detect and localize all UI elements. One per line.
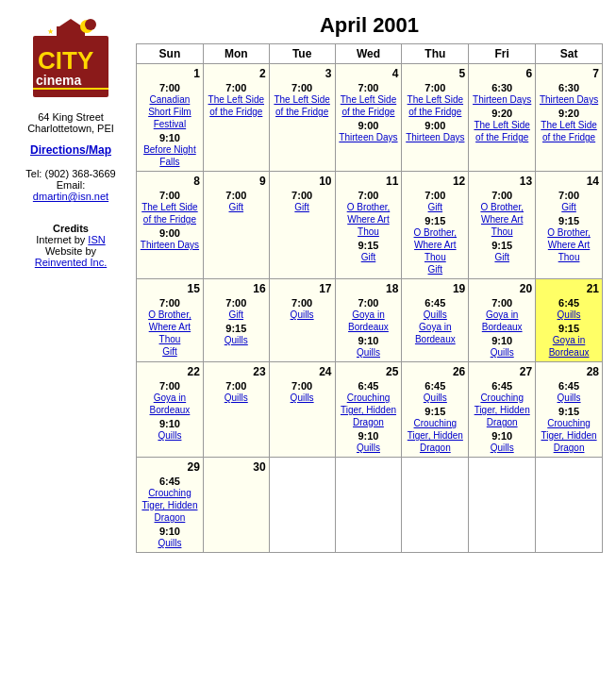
header-sat: Sat — [536, 44, 603, 64]
movie-link[interactable]: Thirteen Days — [140, 239, 200, 251]
address: 64 King Street Charlottetown, PEI — [27, 111, 114, 134]
movie-link[interactable]: Goya in Bordeaux — [140, 392, 200, 416]
movie-link[interactable]: Quills — [539, 392, 599, 404]
movie-link[interactable]: Quills — [273, 309, 332, 321]
movie-link[interactable]: Quills — [207, 334, 266, 346]
movie-link[interactable]: Quills — [273, 392, 332, 404]
movie-link[interactable]: Gift — [339, 251, 399, 263]
tel: Tel: (902) 368-3669 — [25, 168, 115, 179]
movie-link[interactable]: The Left Side of the Fridge — [539, 119, 599, 143]
movie-link[interactable]: Quills — [539, 309, 599, 321]
day-number: 7 — [539, 67, 599, 80]
movie-link[interactable]: Gift — [273, 201, 332, 213]
movie-link[interactable]: Thirteen Days — [539, 93, 599, 106]
show-time: 9:20 — [472, 108, 532, 119]
credits-title: Credits — [53, 223, 89, 234]
header-tue: Tue — [269, 44, 335, 64]
logo-area: ★ CITY cinema — [28, 17, 113, 102]
show-time: 9:15 — [339, 240, 399, 251]
show-time: 7:00 — [207, 82, 266, 93]
contact-info: Tel: (902) 368-3669 Email: dmartin@isn.n… — [25, 168, 115, 202]
movie-link[interactable]: Goya in Bordeaux — [405, 321, 465, 345]
movie-link[interactable]: Crouching Tiger, Hidden Dragon — [472, 392, 532, 428]
calendar-day: 187:00Goya in Bordeaux9:10Quills — [335, 279, 402, 362]
movie-link[interactable]: Thirteen Days — [405, 131, 465, 143]
calendar-day: 196:45QuillsGoya in Bordeaux — [402, 279, 469, 362]
movie-link[interactable]: Crouching Tiger, Hidden Dragon — [339, 392, 399, 428]
movie-link[interactable]: Crouching Tiger, Hidden Dragon — [539, 417, 599, 454]
movie-link[interactable]: Gift — [472, 251, 532, 263]
movie-link[interactable]: The Left Side of the Fridge — [273, 93, 332, 118]
credits-isn-link[interactable]: ISN — [88, 234, 105, 245]
header-thu: Thu — [402, 44, 469, 64]
calendar-week-row: 87:00The Left Side of the Fridge9:00Thir… — [137, 172, 603, 279]
movie-link[interactable]: Crouching Tiger, Hidden Dragon — [405, 417, 465, 454]
calendar-day: 296:45Crouching Tiger, Hidden Dragon9:10… — [137, 458, 204, 553]
movie-link[interactable]: Quills — [140, 537, 200, 549]
movie-link[interactable]: O Brother, Where Art Thou — [140, 309, 200, 345]
movie-link[interactable]: Before Night Falls — [140, 143, 200, 168]
calendar-day: 237:00Quills — [203, 362, 269, 458]
movie-link[interactable]: Quills — [140, 429, 200, 442]
movie-link[interactable]: Thirteen Days — [472, 93, 532, 106]
movie-link[interactable]: O Brother, Where Art Thou — [339, 201, 399, 238]
calendar-day: 107:00Gift — [269, 172, 335, 279]
day-number: 26 — [405, 365, 465, 378]
movie-link[interactable]: O Brother, Where Art Thou — [472, 201, 532, 238]
movie-link[interactable]: Quills — [339, 346, 399, 359]
show-time: 9:15 — [405, 406, 465, 417]
show-time: 9:15 — [539, 406, 599, 417]
show-time: 7:00 — [405, 190, 465, 201]
movie-link[interactable]: Quills — [207, 392, 266, 404]
movie-link[interactable]: The Left Side of the Fridge — [339, 93, 399, 118]
movie-link[interactable]: Goya in Bordeaux — [472, 309, 532, 333]
movie-link[interactable]: The Left Side of the Fridge — [405, 93, 465, 118]
movie-link[interactable]: Quills — [472, 442, 532, 454]
credits-reinvented-link[interactable]: Reinvented Inc. — [35, 257, 107, 268]
calendar-day — [269, 458, 335, 553]
day-number: 17 — [273, 282, 332, 295]
calendar-day: 137:00O Brother, Where Art Thou9:15Gift — [469, 172, 536, 279]
show-time: 9:15 — [405, 215, 465, 226]
day-number: 27 — [472, 365, 532, 378]
calendar-day — [335, 458, 402, 553]
movie-link[interactable]: Goya in Bordeaux — [339, 309, 399, 333]
credits-internet-label: Internet by — [36, 234, 85, 245]
movie-link[interactable]: Quills — [405, 392, 465, 404]
day-number: 3 — [273, 67, 332, 80]
address-line2: Charlottetown, PEI — [27, 123, 114, 134]
movie-link[interactable]: The Left Side of the Fridge — [207, 93, 266, 118]
movie-link[interactable]: O Brother, Where Art Thou — [539, 226, 599, 263]
movie-link[interactable]: The Left Side of the Fridge — [140, 201, 200, 226]
calendar-day: 167:00Gift9:15Quills — [203, 279, 269, 362]
movie-link[interactable]: Canadian Short Film Festival — [140, 93, 200, 130]
calendar-week-row: 17:00Canadian Short Film Festival9:10Bef… — [137, 64, 603, 172]
movie-link[interactable]: Gift — [207, 201, 266, 213]
directions-map-link[interactable]: Directions/Map — [30, 143, 111, 157]
movie-link[interactable]: Goya in Bordeaux — [539, 334, 599, 359]
movie-link[interactable]: Quills — [472, 346, 532, 359]
movie-link[interactable]: Thirteen Days — [339, 131, 399, 143]
calendar-day: 256:45Crouching Tiger, Hidden Dragon9:10… — [335, 362, 402, 458]
show-time: 6:45 — [539, 380, 599, 392]
email-link[interactable]: dmartin@isn.net — [33, 191, 108, 202]
day-number: 10 — [273, 175, 332, 188]
movie-link[interactable]: Gift — [207, 309, 266, 321]
show-time: 7:00 — [273, 190, 332, 201]
movie-link[interactable]: Gift — [140, 345, 200, 358]
show-time: 9:10 — [140, 418, 200, 429]
movie-link[interactable]: Quills — [339, 442, 399, 454]
movie-link[interactable]: Quills — [405, 309, 465, 321]
calendar-table: Sun Mon Tue Wed Thu Fri Sat 17:00Canadia… — [136, 43, 603, 553]
movie-link[interactable]: O Brother, Where Art Thou — [405, 226, 465, 263]
movie-link[interactable]: Gift — [405, 201, 465, 213]
movie-link[interactable]: Crouching Tiger, Hidden Dragon — [140, 487, 200, 524]
day-number: 29 — [140, 460, 200, 474]
movie-link[interactable]: Gift — [405, 263, 465, 276]
show-time: 9:10 — [140, 526, 200, 537]
movie-link[interactable]: Gift — [539, 201, 599, 213]
movie-link[interactable]: The Left Side of the Fridge — [472, 119, 532, 143]
calendar-day: 97:00Gift — [203, 172, 269, 279]
show-time: 9:10 — [339, 430, 399, 442]
show-time: 7:00 — [273, 297, 332, 309]
